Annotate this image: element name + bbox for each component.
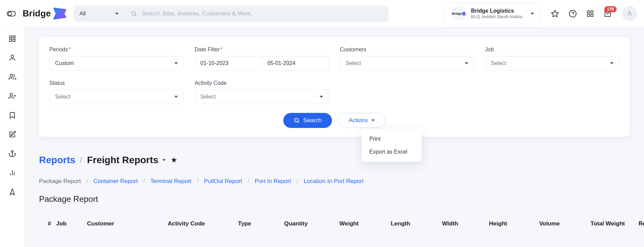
svg-point-24 [295,118,298,122]
col-total-weight: Total Weight [577,220,639,227]
col-length: Length [375,220,426,227]
favorite-star-icon[interactable]: ★ [171,156,177,165]
search-button[interactable]: Search [283,113,332,128]
svg-rect-9 [9,36,11,38]
search-icon [131,11,137,17]
apps-grid-icon[interactable] [586,10,594,17]
svg-rect-5 [587,11,590,13]
tab-container-report[interactable]: Container Report [94,178,138,185]
tab-pullout-report[interactable]: PullOut Report [204,178,243,185]
search-input[interactable] [142,10,382,17]
svg-rect-12 [9,39,11,41]
field-activity-code: Activity Code Select [195,80,329,104]
sidebar [0,27,25,247]
search-input-wrap [125,10,388,17]
chevron-down-icon [115,13,119,15]
customers-label: Customers [340,47,474,53]
periods-label: Periods* [49,47,184,53]
col-customer: Customer [87,220,152,227]
actions-button[interactable]: Actions [338,113,385,128]
chevron-down-icon [531,13,534,15]
col-quantity: Quantity [269,220,323,227]
chevron-down-icon [320,96,323,98]
report-tabs: Package Report / Container Report / Term… [39,178,630,185]
brand-logo[interactable]: Bridge [23,8,66,20]
chart-icon[interactable] [9,169,16,177]
user-plus-icon[interactable] [9,92,16,100]
org-switcher[interactable]: Bridge Bridge Logistics BLQ Jeddah,Saudi… [445,3,541,24]
org-info: Bridge Logistics BLQ Jeddah,Saudi Arabia [471,8,526,19]
chevron-down-icon [610,62,614,64]
tab-location-in-port-report[interactable]: Location In Port Report [304,178,363,185]
action-row: Search Actions Print Export as Excel [49,113,619,128]
svg-point-15 [10,93,12,96]
avatar[interactable]: A [622,6,637,21]
status-value: Select [55,94,70,100]
breadcrumb-current-wrap[interactable]: Freight Reports [87,155,166,166]
user-icon[interactable] [9,54,16,62]
activity-code-label: Activity Code [195,80,329,86]
field-job: Job Select [485,47,619,70]
svg-marker-2 [552,10,558,17]
periods-select[interactable]: Custom [49,56,184,70]
col-job: Job [56,220,87,227]
toggle-icon[interactable] [7,11,16,16]
col-width: Width [426,220,474,227]
col-volume: Volume [522,220,577,227]
date-range-input[interactable]: 01-10-2023 05-01-2024 [195,56,329,70]
dropdown-item-print[interactable]: Print [362,132,422,145]
svg-line-1 [135,15,136,16]
chevron-down-icon [371,119,375,121]
customers-value: Select [346,60,361,66]
svg-rect-8 [587,14,590,16]
actions-dropdown: Print Export as Excel [362,129,422,162]
help-icon[interactable] [569,10,577,18]
navigation-icon[interactable] [9,188,16,196]
section-title: Package Report [39,194,630,204]
bookmark-icon[interactable] [9,112,16,119]
job-label: Job [485,47,619,53]
global-search: All [73,5,388,22]
org-logo-icon: Bridge [451,6,466,21]
job-select[interactable]: Select [485,56,619,70]
field-status: Status Select [49,80,184,104]
dropdown-item-export-excel[interactable]: Export as Excel [362,145,422,158]
col-hash: # [42,220,56,227]
chevron-down-icon [174,96,178,98]
top-icons: 179 [551,10,612,18]
col-remarks: Remarks [639,220,644,227]
svg-rect-10 [13,36,15,38]
svg-point-13 [11,55,13,57]
anchor-icon[interactable] [9,150,16,157]
tab-port-in-report[interactable]: Port In Report [255,178,291,185]
svg-line-25 [298,121,299,122]
users-icon[interactable] [9,73,16,81]
tab-package-report[interactable]: Package Report [39,178,81,185]
svg-marker-23 [10,189,14,195]
search-scope-select[interactable]: All [73,5,125,22]
status-select[interactable]: Select [49,90,184,104]
table-header: # Job Customer Activity Code Type Quanti… [39,214,630,234]
content-area: Periods* Custom Date Filter* 01-10-2023 … [25,27,644,247]
date-filter-label: Date Filter* [195,47,329,53]
dashboard-icon[interactable] [9,35,16,42]
svg-point-18 [11,151,13,153]
inbox-icon[interactable]: 179 [604,10,612,18]
date-to[interactable]: 05-01-2024 [262,56,329,70]
tab-terminal-report[interactable]: Terminal Report [150,178,191,185]
org-name: Bridge Logistics [471,8,526,14]
status-label: Status [49,80,184,86]
activity-code-select[interactable]: Select [195,90,329,104]
col-height: Height [474,220,522,227]
breadcrumb-root[interactable]: Reports [39,155,75,166]
org-location: BLQ Jeddah,Saudi Arabia [471,14,526,19]
svg-rect-7 [591,14,593,16]
field-date-filter: Date Filter* 01-10-2023 05-01-2024 [195,47,329,70]
date-from[interactable]: 01-10-2023 [195,56,262,70]
customers-select[interactable]: Select [340,56,474,70]
star-icon[interactable] [551,10,559,18]
col-activity-code: Activity Code [152,220,221,227]
field-customers: Customers Select [340,47,474,70]
edit-icon[interactable] [9,131,16,138]
inbox-badge: 179 [604,6,617,12]
